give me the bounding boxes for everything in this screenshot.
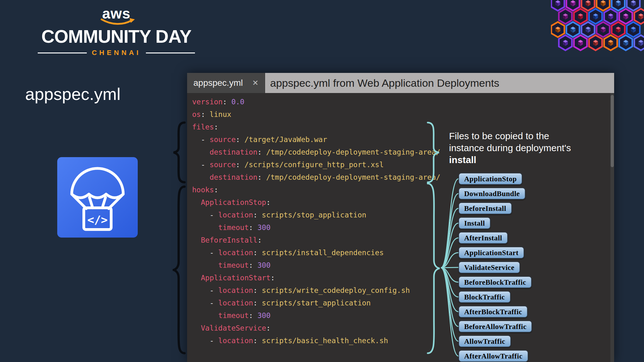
code-token: /target/JavaWeb.war bbox=[244, 135, 327, 144]
editor-title: appspec.yml from Web Application Deploym… bbox=[265, 73, 614, 93]
hexagon-art-svg bbox=[551, 0, 644, 57]
scrollbar[interactable] bbox=[610, 93, 614, 362]
tab-bar: appspec.yml ✕ appspec.yml from Web Appli… bbox=[187, 73, 614, 93]
code-token: destination bbox=[209, 148, 257, 156]
code-token: /tmp/codedeploy-deployment-staging-area/ bbox=[266, 173, 440, 181]
code-token bbox=[192, 148, 209, 156]
code-line: - location: scripts/basic_health_check.s… bbox=[192, 334, 614, 347]
hook-badge-applicationstop: ApplicationStop bbox=[458, 173, 522, 185]
code-line: hooks: bbox=[192, 184, 614, 196]
code-line: version: 0.0 bbox=[192, 96, 614, 108]
code-line: - location: scripts/write_codedeploy_con… bbox=[192, 284, 614, 297]
tab-appspec-yml[interactable]: appspec.yml ✕ bbox=[187, 73, 265, 93]
code-token bbox=[192, 274, 201, 282]
code-token bbox=[192, 236, 201, 244]
code-token: source bbox=[209, 135, 236, 144]
code-token: location bbox=[218, 299, 253, 307]
community-day-title: COMMUNITY DAY bbox=[38, 26, 195, 47]
hook-badge-applicationstart: ApplicationStart bbox=[458, 247, 524, 259]
code-token: : bbox=[253, 286, 262, 294]
close-icon[interactable]: ✕ bbox=[252, 79, 258, 87]
scrollbar-thumb[interactable] bbox=[611, 95, 614, 167]
code-token: 300 bbox=[258, 261, 271, 269]
code-token: location bbox=[218, 337, 253, 345]
code-token: : bbox=[253, 249, 262, 257]
hook-badge-downloadbundle: DownloadBundle bbox=[458, 188, 525, 200]
code-token: : bbox=[266, 198, 270, 206]
code-token: : bbox=[201, 110, 210, 118]
code-line: destination: /tmp/codedeploy-deployment-… bbox=[192, 171, 614, 184]
code-token: scripts/stop_application bbox=[262, 211, 366, 219]
code-token: os bbox=[192, 110, 201, 118]
code-token: hooks bbox=[192, 186, 214, 194]
code-token: : bbox=[258, 148, 266, 156]
code-token bbox=[192, 261, 218, 269]
annotation-line-2: instance during deployment's bbox=[449, 142, 584, 154]
code-token: : bbox=[266, 324, 270, 332]
code-token: scripts/basic_health_check.sh bbox=[262, 337, 388, 345]
code-token: : bbox=[253, 337, 262, 345]
hook-badge-afterblocktraffic: AfterBlockTraffic bbox=[458, 306, 528, 318]
files-brace-left bbox=[173, 121, 187, 184]
code-token bbox=[192, 324, 201, 332]
tab-label: appspec.yml bbox=[193, 78, 243, 88]
code-token: BeforeInstall bbox=[201, 236, 258, 244]
editor-window: appspec.yml ✕ appspec.yml from Web Appli… bbox=[187, 73, 614, 362]
hook-badge-beforeinstall: BeforeInstall bbox=[458, 202, 512, 214]
code-token: : bbox=[253, 211, 262, 219]
code-token: files bbox=[192, 123, 214, 131]
code-line: BeforeInstall: bbox=[192, 234, 614, 246]
code-token: : bbox=[249, 311, 258, 320]
annotation-files: Files to be copied to the instance durin… bbox=[449, 130, 584, 166]
brand-logo: aws COMMUNITY DAY CHENNAI bbox=[38, 5, 195, 57]
code-line: timeout: 300 bbox=[192, 309, 614, 322]
hook-badge-allowtraffic: AllowTraffic bbox=[458, 335, 511, 347]
code-token: : bbox=[236, 161, 244, 169]
code-token: : bbox=[223, 98, 231, 106]
code-token: location bbox=[218, 249, 253, 257]
code-token: location bbox=[218, 211, 253, 219]
code-token: ValidateService bbox=[201, 324, 266, 332]
code-token: ApplicationStop bbox=[201, 198, 266, 206]
code-line: ValidateService: bbox=[192, 322, 614, 334]
hook-badge-beforeallowtraffic: BeforeAllowTraffic bbox=[458, 321, 532, 332]
code-line: - location: scripts/stop_application bbox=[192, 209, 614, 221]
code-line: ApplicationStop: bbox=[192, 196, 614, 209]
code-token: - bbox=[192, 135, 209, 144]
code-line: ApplicationStart: bbox=[192, 272, 614, 284]
code-token: timeout bbox=[218, 261, 249, 269]
code-token: version bbox=[192, 98, 223, 106]
code-token: - bbox=[192, 286, 218, 294]
page-title: appspec.yml bbox=[25, 84, 120, 104]
code-token: - bbox=[192, 211, 218, 219]
code-token: : bbox=[258, 173, 266, 181]
hooks-brace-left bbox=[173, 185, 187, 355]
code-token: : bbox=[258, 236, 262, 244]
code-token: destination bbox=[209, 173, 257, 181]
code-token: - bbox=[192, 299, 218, 307]
code-token: : bbox=[214, 123, 218, 131]
code-token: : bbox=[253, 299, 262, 307]
code-token: 300 bbox=[258, 311, 271, 320]
code-token: - bbox=[192, 337, 218, 345]
code-line: - location: scripts/install_dependencies bbox=[192, 246, 614, 259]
code-line: timeout: 300 bbox=[192, 221, 614, 234]
hook-badge-blocktraffic: BlockTraffic bbox=[458, 291, 511, 303]
parachute-package-icon: </> bbox=[57, 157, 138, 238]
code-line: timeout: 300 bbox=[192, 259, 614, 272]
code-token: scripts/start_application bbox=[262, 299, 371, 307]
code-token: scripts/write_codedeploy_config.sh bbox=[262, 286, 410, 294]
code-token bbox=[192, 223, 218, 232]
annotation-line-1: Files to be copied to the bbox=[449, 130, 584, 142]
code-token: ApplicationStart bbox=[201, 274, 271, 282]
hook-badge-install: Install bbox=[458, 217, 491, 229]
code-token bbox=[192, 198, 201, 206]
code-token: location bbox=[218, 286, 253, 294]
code-token: 0.0 bbox=[231, 98, 245, 106]
code-token: /tmp/codedeploy-deployment-staging-area/ bbox=[266, 148, 440, 156]
hook-badge-beforeblocktraffic: BeforeBlockTraffic bbox=[458, 276, 532, 288]
code-token: timeout bbox=[218, 311, 249, 320]
code-token: : bbox=[214, 186, 218, 194]
svg-text:</>: </> bbox=[87, 213, 108, 226]
code-token: - bbox=[192, 161, 209, 169]
